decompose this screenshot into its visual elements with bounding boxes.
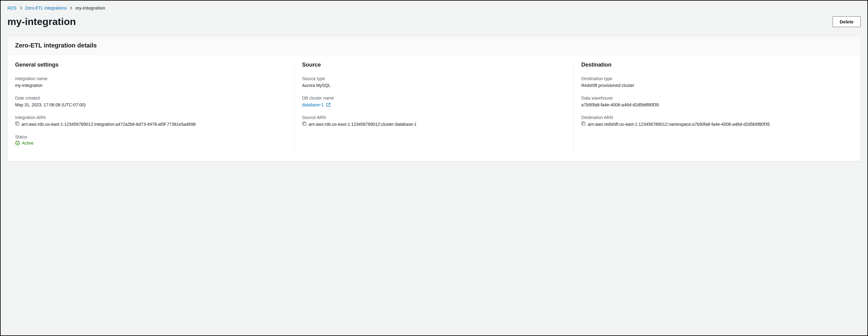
breadcrumb-root[interactable]: RDS xyxy=(7,5,17,10)
db-cluster-name-label: DB cluster name xyxy=(302,95,566,101)
source-type-label: Source type xyxy=(302,76,566,81)
svg-rect-3 xyxy=(583,123,585,125)
status-label: Status xyxy=(15,134,287,139)
breadcrumb: RDS Zero-ETL integrations my-integration xyxy=(7,4,861,13)
date-created-value: May 31, 2023, 17:06:08 (UTC-07:00) xyxy=(15,102,287,108)
chevron-right-icon xyxy=(70,6,72,10)
svg-rect-0 xyxy=(16,123,19,125)
external-link-icon xyxy=(326,103,331,107)
general-heading: General settings xyxy=(15,62,287,68)
source-arn-label: Source ARN xyxy=(302,115,566,120)
source-arn-value: arn:aws:rds:us-east-1:123456789012:clust… xyxy=(309,121,417,128)
destination-arn-value: arn:aws:redshift:us-east-1:123456789012:… xyxy=(588,121,770,128)
status-ok-icon xyxy=(15,141,20,145)
source-type-value: Aurora MySQL xyxy=(302,82,566,89)
integration-name-value: my-integration xyxy=(15,82,287,89)
integration-name-label: Integration name xyxy=(15,76,287,81)
destination-arn-label: Destination ARN xyxy=(581,115,845,120)
destination-heading: Destination xyxy=(581,62,845,68)
destination-column: Destination Destination type Redshift pr… xyxy=(574,62,853,152)
page-title: my-integration xyxy=(7,16,76,27)
chevron-right-icon xyxy=(20,6,22,10)
integration-arn-label: Integration ARN xyxy=(15,115,287,120)
source-heading: Source xyxy=(302,62,566,68)
destination-type-value: Redshift provisioned cluster xyxy=(581,82,845,89)
details-panel: Zero-ETL integration details General set… xyxy=(7,36,861,161)
copy-icon[interactable] xyxy=(581,121,586,126)
data-warehouse-label: Data warehouse xyxy=(581,95,845,101)
panel-title: Zero-ETL integration details xyxy=(15,42,853,49)
integration-arn-value: arn:aws:rds:us-east-1:123456789012:integ… xyxy=(22,121,195,128)
data-warehouse-value: a7b90fa8-fa4e-4006-a46d-d2d5b6f80f35 xyxy=(581,102,845,108)
db-cluster-link[interactable]: database-1 xyxy=(302,102,331,107)
svg-rect-2 xyxy=(303,123,306,125)
copy-icon[interactable] xyxy=(15,121,20,126)
delete-button[interactable]: Delete xyxy=(833,16,861,27)
source-column: Source Source type Aurora MySQL DB clust… xyxy=(294,62,574,152)
breadcrumb-current: my-integration xyxy=(75,5,105,10)
copy-icon[interactable] xyxy=(302,121,307,126)
destination-type-label: Destination type xyxy=(581,76,845,81)
status-value: Active xyxy=(22,141,34,145)
general-settings-column: General settings Integration name my-int… xyxy=(15,62,294,152)
breadcrumb-section[interactable]: Zero-ETL integrations xyxy=(25,5,67,10)
date-created-label: Date created xyxy=(15,95,287,101)
